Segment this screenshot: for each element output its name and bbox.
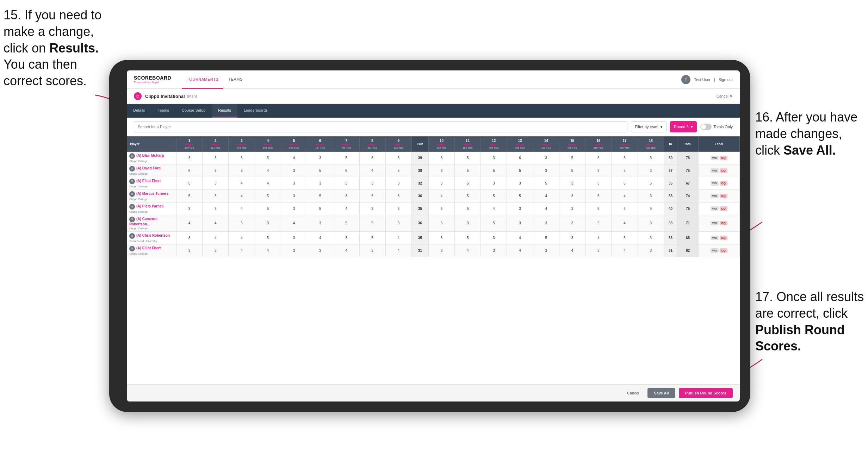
- score-hole-8[interactable]: 5: [359, 231, 385, 244]
- score-hole-12[interactable]: 3: [481, 231, 507, 244]
- dq-button[interactable]: DQ: [720, 194, 727, 198]
- score-hole-14[interactable]: 3: [533, 164, 559, 177]
- wd-button[interactable]: WD: [711, 168, 719, 173]
- score-hole-3[interactable]: 5: [229, 151, 255, 164]
- score-hole-5[interactable]: 3: [281, 189, 307, 202]
- score-hole-17[interactable]: 4: [612, 244, 638, 257]
- wd-button[interactable]: WD: [711, 156, 719, 160]
- score-hole-10[interactable]: 3: [428, 151, 454, 164]
- tab-details[interactable]: Details: [127, 104, 151, 118]
- score-hole-6[interactable]: 5: [307, 189, 333, 202]
- score-hole-17[interactable]: 6: [612, 177, 638, 189]
- score-hole-1[interactable]: 6: [176, 164, 203, 177]
- score-hole-4[interactable]: 5: [255, 231, 281, 244]
- score-hole-1[interactable]: 4: [176, 215, 203, 231]
- score-hole-13[interactable]: 5: [507, 189, 533, 202]
- score-hole-2[interactable]: 4: [203, 231, 229, 244]
- wd-button[interactable]: WD: [711, 236, 719, 240]
- score-hole-2[interactable]: 3: [203, 177, 229, 189]
- score-hole-18[interactable]: 3: [638, 215, 664, 231]
- nav-tournaments[interactable]: TOURNAMENTS: [182, 70, 223, 89]
- dq-button[interactable]: DQ: [720, 168, 727, 173]
- score-hole-3[interactable]: 5: [229, 215, 255, 231]
- score-hole-17[interactable]: 5: [612, 164, 638, 177]
- tab-leaderboards[interactable]: Leaderboards: [237, 104, 274, 118]
- score-hole-5[interactable]: 3: [281, 231, 307, 244]
- score-hole-14[interactable]: 5: [533, 231, 559, 244]
- score-hole-14[interactable]: 3: [533, 151, 559, 164]
- score-hole-9[interactable]: 5: [385, 151, 411, 164]
- score-hole-1[interactable]: 3: [176, 202, 203, 215]
- score-hole-16[interactable]: 6: [585, 151, 612, 164]
- score-hole-15[interactable]: 4: [559, 244, 585, 257]
- score-hole-13[interactable]: 3: [507, 202, 533, 215]
- score-hole-6[interactable]: 3: [307, 177, 333, 189]
- score-hole-5[interactable]: 4: [281, 151, 307, 164]
- score-hole-18[interactable]: 5: [638, 177, 664, 189]
- score-hole-8[interactable]: 6: [359, 151, 385, 164]
- score-hole-7[interactable]: 3: [333, 189, 359, 202]
- scores-container[interactable]: Player 1PAR 4370 YDS 2PAR 5511 YDS 3PAR …: [127, 136, 740, 384]
- dq-button[interactable]: DQ: [720, 221, 727, 225]
- score-hole-15[interactable]: 5: [559, 164, 585, 177]
- dq-button[interactable]: DQ: [720, 181, 727, 186]
- score-hole-10[interactable]: 3: [428, 177, 454, 189]
- search-input[interactable]: [134, 121, 627, 132]
- score-hole-10[interactable]: 5: [428, 202, 454, 215]
- score-hole-14[interactable]: 5: [533, 177, 559, 189]
- score-hole-12[interactable]: 5: [481, 189, 507, 202]
- dq-button[interactable]: DQ: [720, 248, 727, 253]
- score-hole-9[interactable]: 3: [385, 215, 411, 231]
- wd-button[interactable]: WD: [711, 221, 719, 225]
- score-hole-15[interactable]: 3: [559, 189, 585, 202]
- score-hole-15[interactable]: 3: [559, 231, 585, 244]
- score-hole-16[interactable]: 5: [585, 215, 612, 231]
- tab-course-setup[interactable]: Course Setup: [175, 104, 212, 118]
- score-hole-7[interactable]: 6: [333, 164, 359, 177]
- score-hole-1[interactable]: 5: [176, 189, 203, 202]
- score-hole-17[interactable]: 3: [612, 231, 638, 244]
- score-hole-13[interactable]: 6: [507, 151, 533, 164]
- score-hole-4[interactable]: 4: [255, 164, 281, 177]
- score-hole-9[interactable]: 3: [385, 177, 411, 189]
- score-hole-6[interactable]: 5: [307, 164, 333, 177]
- save-all-button[interactable]: Save All: [647, 388, 675, 398]
- score-hole-7[interactable]: 4: [333, 202, 359, 215]
- score-hole-13[interactable]: 5: [507, 164, 533, 177]
- score-hole-16[interactable]: 5: [585, 202, 612, 215]
- score-hole-3[interactable]: 3: [229, 164, 255, 177]
- score-hole-16[interactable]: 3: [585, 244, 612, 257]
- score-hole-5[interactable]: 3: [281, 202, 307, 215]
- score-hole-6[interactable]: 3: [307, 151, 333, 164]
- score-hole-13[interactable]: 3: [507, 177, 533, 189]
- score-hole-8[interactable]: 3: [359, 202, 385, 215]
- score-hole-9[interactable]: 3: [385, 189, 411, 202]
- score-hole-4[interactable]: 3: [255, 215, 281, 231]
- score-hole-8[interactable]: 4: [359, 164, 385, 177]
- score-hole-17[interactable]: 4: [612, 189, 638, 202]
- score-hole-15[interactable]: 3: [559, 177, 585, 189]
- score-hole-10[interactable]: 3: [428, 244, 454, 257]
- publish-round-scores-button[interactable]: Publish Round Scores: [679, 388, 733, 398]
- score-hole-5[interactable]: 4: [281, 215, 307, 231]
- score-hole-7[interactable]: 5: [333, 215, 359, 231]
- score-hole-8[interactable]: 3: [359, 244, 385, 257]
- score-hole-2[interactable]: 3: [203, 244, 229, 257]
- score-hole-11[interactable]: 5: [455, 202, 481, 215]
- score-hole-5[interactable]: 3: [281, 164, 307, 177]
- score-hole-2[interactable]: 3: [203, 202, 229, 215]
- score-hole-5[interactable]: 3: [281, 177, 307, 189]
- score-hole-11[interactable]: 5: [455, 151, 481, 164]
- score-hole-6[interactable]: 5: [307, 202, 333, 215]
- score-hole-14[interactable]: 4: [533, 189, 559, 202]
- score-hole-6[interactable]: 3: [307, 244, 333, 257]
- score-hole-17[interactable]: 6: [612, 202, 638, 215]
- score-hole-4[interactable]: 4: [255, 177, 281, 189]
- score-hole-11[interactable]: 5: [455, 164, 481, 177]
- score-hole-11[interactable]: 5: [455, 189, 481, 202]
- score-hole-18[interactable]: 3: [638, 231, 664, 244]
- dq-button[interactable]: DQ: [720, 156, 727, 160]
- score-hole-16[interactable]: 4: [585, 231, 612, 244]
- score-hole-9[interactable]: 5: [385, 164, 411, 177]
- score-hole-3[interactable]: 4: [229, 231, 255, 244]
